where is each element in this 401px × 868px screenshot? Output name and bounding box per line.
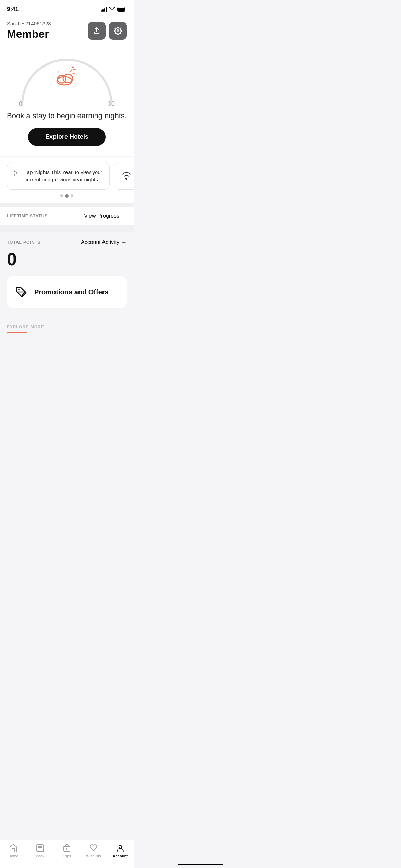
settings-button[interactable] <box>109 22 127 40</box>
view-progress-arrow: → <box>121 213 127 219</box>
carousel-card-text-0: Tap 'Nights This Year' to view your curr… <box>24 169 102 183</box>
dot-2 <box>71 194 73 197</box>
view-progress-link[interactable]: View Progress → <box>84 213 127 219</box>
points-value: 0 <box>7 249 127 269</box>
arc-container: 0 10 <box>15 53 118 108</box>
lifetime-status-label: LIFETIME STATUS <box>7 214 48 218</box>
user-info: Sarah • 214061328 Member <box>7 21 88 40</box>
status-time: 9:41 <box>7 6 19 13</box>
points-section: TOTAL POINTS Account Activity → 0 Promot… <box>0 232 134 318</box>
dot-1 <box>65 194 69 198</box>
refresh-icon <box>14 170 20 181</box>
total-points-label: TOTAL POINTS <box>7 240 41 245</box>
carousel-card-1[interactable]: Stay connected with our app <box>114 162 134 190</box>
account-activity-arrow: → <box>121 239 127 245</box>
arc-max-label: 10 <box>108 100 115 108</box>
svg-marker-7 <box>58 71 59 73</box>
user-name-id: Sarah • 214061328 <box>7 21 88 26</box>
share-icon <box>93 27 101 35</box>
wifi-icon <box>109 7 115 12</box>
promotions-card[interactable]: Promotions and Offers <box>7 276 127 308</box>
header-actions <box>88 22 127 40</box>
lifetime-status-row: LIFETIME STATUS View Progress → <box>0 207 134 226</box>
orange-accent-bar <box>7 332 27 333</box>
arc-labels: 0 10 <box>15 100 118 108</box>
account-activity-text: Account Activity <box>81 239 119 245</box>
explore-hotels-button[interactable]: Explore Hotels <box>28 128 106 146</box>
wifi-card-icon <box>121 170 132 181</box>
explore-more-section: EXPLORE MORE <box>0 318 134 335</box>
separator: • <box>22 21 25 26</box>
gear-icon <box>114 27 122 35</box>
divider-2 <box>0 226 134 232</box>
carousel-section: Tap 'Nights This Year' to view your curr… <box>0 157 134 203</box>
dot-0 <box>60 194 63 197</box>
divider-1 <box>0 203 134 207</box>
share-button[interactable] <box>88 22 106 40</box>
arc-prompt-text: Book a stay to begin earning nights. <box>7 111 127 121</box>
bottom-spacer <box>0 335 134 369</box>
nights-icon <box>51 63 82 95</box>
account-activity-link[interactable]: Account Activity → <box>81 239 127 245</box>
arc-section: 0 10 Book a stay to begin earning nights… <box>0 46 134 156</box>
carousel-card-0[interactable]: Tap 'Nights This Year' to view your curr… <box>7 162 110 190</box>
svg-point-8 <box>18 289 20 290</box>
promotions-icon <box>14 285 29 300</box>
explore-more-label: EXPLORE MORE <box>7 325 44 329</box>
status-icons <box>101 7 127 12</box>
carousel-dots <box>0 194 134 198</box>
svg-marker-6 <box>72 65 74 68</box>
header: Sarah • 214061328 Member <box>0 16 134 46</box>
user-role: Member <box>7 28 88 40</box>
promotions-text: Promotions and Offers <box>34 288 109 297</box>
svg-rect-1 <box>118 8 125 11</box>
svg-point-2 <box>117 30 119 32</box>
signal-icon <box>101 7 107 12</box>
view-progress-text: View Progress <box>84 213 119 219</box>
battery-icon <box>117 7 127 12</box>
user-name: Sarah <box>7 21 21 26</box>
user-id: 214061328 <box>25 21 51 26</box>
carousel-track: Tap 'Nights This Year' to view your curr… <box>0 162 134 190</box>
points-top-row: TOTAL POINTS Account Activity → <box>7 239 127 245</box>
status-bar: 9:41 <box>0 0 134 16</box>
arc-min-label: 0 <box>19 100 22 108</box>
